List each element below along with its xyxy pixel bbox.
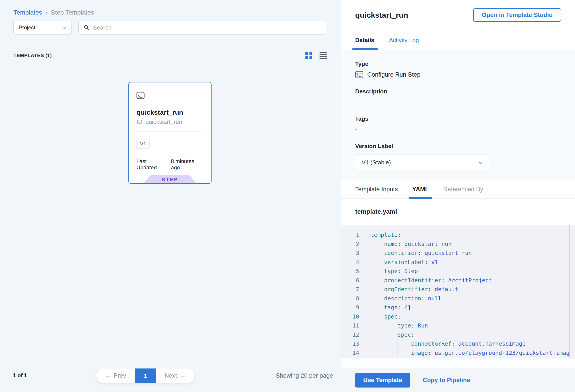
type-label: Type [355, 61, 561, 68]
detail-sub-tabs: Template Inputs YAML Referenced By [341, 180, 575, 199]
yaml-code: 1template:2name: quickstart_run3identifi… [341, 231, 575, 358]
card-id: ID: quickstart_run [137, 118, 203, 125]
arrow-right-icon: → [180, 372, 186, 379]
card-title: quickstart_run [137, 109, 203, 116]
scope-dropdown-value: Project [19, 24, 35, 31]
prev-page-button[interactable]: ← Prev [96, 369, 135, 383]
last-updated-label: Last Updated [137, 158, 168, 171]
details-tabs: Details Activity Log [341, 30, 575, 50]
tab-referenced-by[interactable]: Referenced By [443, 180, 483, 198]
editor-bottom-gap [341, 358, 575, 368]
terminal-icon [137, 92, 144, 99]
type-value: Configure Run Step [367, 71, 420, 78]
breadcrumb-current: Step Templates [51, 9, 94, 16]
tab-yaml[interactable]: YAML [412, 180, 429, 198]
next-label: Next [165, 372, 177, 379]
yaml-line: 9tags: {} [341, 303, 575, 312]
active-tab-underline [352, 48, 378, 50]
yaml-line: 2name: quickstart_run [341, 240, 575, 249]
tab-template-inputs[interactable]: Template Inputs [355, 180, 398, 198]
yaml-line: 11type: Run [341, 321, 575, 330]
tab-details[interactable]: Details [355, 30, 374, 50]
search-box [78, 21, 326, 34]
type-row: Configure Run Step [355, 71, 561, 78]
page-info: 1 of 1 [13, 372, 27, 379]
version-label: Version Label [355, 143, 561, 150]
chevron-down-icon [62, 25, 66, 29]
page-1-button[interactable]: 1 [135, 369, 156, 383]
description-label: Description [355, 88, 561, 95]
last-updated-row: Last Updated 8 minutes ago [137, 158, 203, 171]
open-in-template-studio-button[interactable]: Open in Template Studio [473, 8, 561, 22]
yaml-file-title: template.yaml [341, 199, 575, 225]
details-footer: Use Template Copy to Pipeline [341, 368, 575, 392]
prev-label: Prev [114, 372, 126, 379]
yaml-line: 13connectorRef: account.harnessImage [341, 339, 575, 348]
tab-activity-log-label: Activity Log [389, 37, 419, 44]
yaml-line: 3identifier: quickstart_run [341, 249, 575, 258]
yaml-line: 4versionLabel: V1 [341, 258, 575, 267]
per-page-label: Showing 20 per page [276, 372, 333, 379]
next-page-button[interactable]: Next → [156, 369, 194, 383]
template-card[interactable]: quickstart_run ID: quickstart_run V1 Las… [128, 82, 212, 184]
tab-template-inputs-label: Template Inputs [355, 186, 398, 193]
grid-view-icon[interactable] [305, 52, 312, 59]
tab-referenced-by-label: Referenced By [443, 186, 483, 193]
breadcrumb-templates-link[interactable]: Templates [13, 9, 42, 16]
list-view-icon[interactable] [320, 52, 327, 59]
yaml-line: 14image: us.gcr.io/playground-123/quicks… [341, 348, 575, 358]
pagination: ← Prev 1 Next → [96, 369, 194, 383]
chevron-down-icon [479, 160, 482, 164]
tab-details-label: Details [355, 37, 374, 44]
page-title: quickstart_run [355, 11, 408, 20]
yaml-line: 5type: Step [341, 267, 575, 276]
version-chip: V1 [137, 139, 150, 149]
app-root: Templates › Step Templates Project TEMPL… [0, 0, 575, 392]
copy-to-pipeline-link[interactable]: Copy to Pipeline [423, 377, 470, 384]
yaml-line: 7orgIdentifier: default [341, 285, 575, 294]
last-updated-value: 8 minutes ago [171, 158, 203, 171]
version-dropdown[interactable]: V1 (Stable) [355, 155, 489, 170]
arrow-left-icon: ← [105, 372, 111, 379]
tab-activity-log[interactable]: Activity Log [389, 30, 419, 50]
use-template-button[interactable]: Use Template [355, 373, 410, 388]
yaml-line: 6projectIdentifier: ArchitProject [341, 276, 575, 285]
yaml-line: 12spec: [341, 330, 575, 340]
breadcrumb: Templates › Step Templates [13, 9, 94, 16]
yaml-line: 1template: [341, 231, 575, 240]
card-divider [137, 132, 203, 132]
view-toggle [305, 52, 327, 59]
templates-list-header: TEMPLATES (1) [13, 52, 327, 59]
tags-label: Tags [355, 115, 561, 122]
details-header: quickstart_run Open in Template Studio [341, 0, 575, 30]
tags-value: - [355, 125, 561, 132]
details-body: Type Configure Run Step Description - Ta… [341, 50, 575, 180]
active-tab-underline [409, 197, 432, 199]
description-value: - [355, 98, 561, 105]
template-details-panel: quickstart_run Open in Template Studio D… [341, 0, 575, 392]
editor-scrollbar[interactable] [569, 225, 575, 358]
version-dropdown-value: V1 (Stable) [362, 159, 391, 166]
search-input[interactable] [93, 24, 321, 31]
step-type-badge: STEP [144, 175, 196, 183]
templates-list-panel: Templates › Step Templates Project TEMPL… [0, 0, 341, 392]
templates-count-label: TEMPLATES (1) [13, 53, 52, 58]
yaml-editor[interactable]: 1template:2name: quickstart_run3identifi… [341, 225, 575, 358]
search-icon [84, 25, 89, 30]
terminal-icon [355, 71, 363, 78]
tab-yaml-label: YAML [412, 186, 429, 193]
breadcrumb-chevron-icon: › [45, 9, 48, 16]
yaml-line: 8description: null [341, 294, 575, 303]
yaml-line: 10spec: [341, 312, 575, 322]
scope-dropdown[interactable]: Project [13, 21, 72, 34]
